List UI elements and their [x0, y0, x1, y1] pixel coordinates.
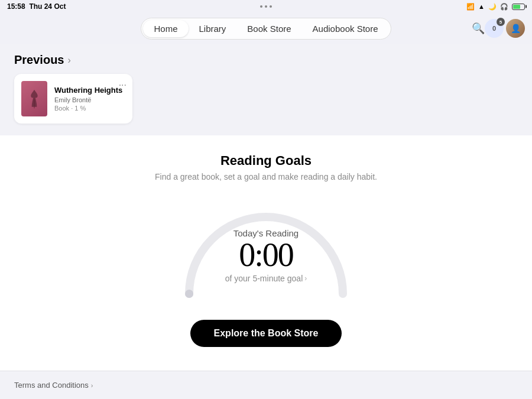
circle-progress-container: Today's Reading 0:00 of your 5-minute go… — [171, 193, 361, 306]
status-right: 📶 ▲ 🌙 🎧 — [466, 3, 525, 11]
status-dot-3 — [270, 5, 272, 8]
terms-link[interactable]: Terms and Conditions › — [14, 381, 518, 390]
previous-section: Previous › Wuthering Heights Emily Bront… — [0, 44, 532, 135]
reading-goals-section: Reading Goals Find a great book, set a g… — [0, 135, 532, 371]
status-center — [260, 5, 272, 8]
badge-count: 5 — [497, 18, 505, 26]
book-info: Wuthering Heights Emily Brontë Book · 1 … — [54, 86, 125, 112]
terms-label: Terms and Conditions — [14, 381, 89, 390]
battery-indicator — [512, 4, 525, 10]
goal-chevron-icon: › — [304, 274, 307, 283]
footer: Terms and Conditions › — [0, 371, 532, 399]
moon-icon: 🌙 — [488, 3, 497, 11]
book-title: Wuthering Heights — [54, 86, 125, 95]
tab-audiobook-store[interactable]: Audiobook Store — [302, 20, 389, 37]
goals-title: Reading Goals — [220, 153, 312, 168]
reading-badge[interactable]: 0 5 — [485, 19, 504, 38]
headphones-icon: 🎧 — [500, 3, 508, 11]
signal-icon: ▲ — [478, 3, 485, 10]
wifi-icon: 📶 — [466, 3, 475, 11]
status-dot-2 — [265, 5, 267, 8]
nav-tabs: Home Library Book Store Audiobook Store — [141, 18, 391, 40]
book-card[interactable]: Wuthering Heights Emily Brontë Book · 1 … — [14, 74, 132, 124]
nav-avatar-area: 0 5 👤 — [485, 19, 525, 38]
book-meta: Book · 1 % — [54, 105, 125, 112]
book-cover — [21, 81, 47, 116]
goal-text[interactable]: of your 5-minute goal › — [225, 274, 307, 283]
book-more-button[interactable]: ··· — [119, 80, 126, 90]
tab-home[interactable]: Home — [143, 20, 188, 37]
tab-book-store[interactable]: Book Store — [236, 20, 301, 37]
main-content: Previous › Wuthering Heights Emily Bront… — [0, 44, 532, 399]
explore-button[interactable]: Explore the Book Store — [190, 320, 342, 347]
tab-library[interactable]: Library — [189, 20, 237, 37]
goals-subtitle: Find a great book, set a goal and make r… — [155, 172, 377, 181]
previous-header: Previous › — [14, 53, 518, 67]
search-icon[interactable]: 🔍 — [472, 22, 485, 35]
book-author: Emily Brontë — [54, 96, 125, 103]
previous-chevron-icon[interactable]: › — [67, 55, 70, 66]
status-dot-1 — [260, 5, 262, 8]
book-cover-art — [28, 89, 40, 109]
terms-chevron-icon: › — [91, 382, 93, 389]
previous-title: Previous — [14, 53, 64, 67]
circle-content: Today's Reading 0:00 of your 5-minute go… — [225, 228, 307, 283]
avatar[interactable]: 👤 — [506, 19, 525, 38]
nav-bar: Home Library Book Store Audiobook Store … — [0, 13, 532, 44]
status-time: 15:58 Thu 24 Oct — [7, 2, 66, 11]
reading-time-display: 0:00 — [239, 238, 293, 271]
status-bar: 15:58 Thu 24 Oct 📶 ▲ 🌙 🎧 — [0, 0, 532, 13]
